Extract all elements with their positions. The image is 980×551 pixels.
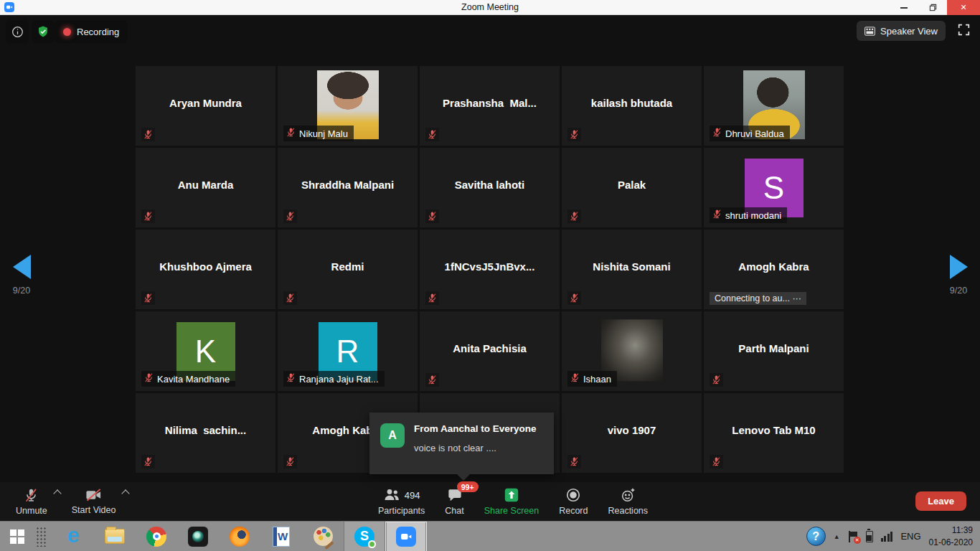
participant-tile-footer	[141, 455, 155, 468]
taskbar-grip-icon	[36, 527, 47, 547]
participant-tile-footer	[567, 455, 581, 468]
participant-name: Savitha lahoti	[420, 179, 560, 191]
participant-tile-footer: Ishaan	[567, 371, 617, 387]
audio-options-chevron[interactable]	[53, 489, 61, 497]
close-button[interactable]: ✕	[947, 0, 980, 15]
chat-notification-popup[interactable]: A From Aanchal to Everyone voice is not …	[369, 413, 554, 474]
participant-tile-footer	[567, 291, 581, 305]
taskbar-zoom-icon[interactable]	[385, 522, 427, 551]
participant-tile[interactable]: Nikunj Malu	[278, 66, 418, 146]
network-signal-icon[interactable]	[881, 531, 893, 542]
participant-tile-footer	[425, 291, 439, 305]
start-button[interactable]	[0, 522, 34, 551]
participant-tile[interactable]: Anu Marda	[136, 148, 275, 227]
participant-tile[interactable]: Redmi	[278, 230, 418, 309]
meeting-info-icon[interactable]	[6, 20, 29, 43]
taskbar-word-icon[interactable]: W	[260, 522, 302, 551]
participant-tile[interactable]: Ishaan	[562, 311, 702, 391]
share-screen-button[interactable]: Share Screen	[480, 482, 543, 521]
participant-tile[interactable]: Amogh KabraConnecting to au... ···	[704, 230, 844, 309]
muted-mic-icon	[141, 128, 155, 141]
taskbar-chrome-icon[interactable]	[136, 522, 177, 551]
window-titlebar: Zoom Meeting ✕	[0, 0, 980, 15]
action-center-flag-icon[interactable]: ✕	[848, 531, 858, 542]
screen: Zoom Meeting ✕ Recording Speaker View	[0, 0, 980, 551]
participant-name: Ranjana Jaju Rat...	[299, 374, 379, 385]
reactions-label: Reactions	[608, 506, 648, 516]
muted-mic-icon	[712, 127, 722, 140]
start-video-button[interactable]: Start Video	[67, 482, 121, 521]
muted-mic-icon	[710, 373, 723, 387]
participant-tile[interactable]: KKavita Mandhane	[136, 311, 275, 391]
next-page-arrow-icon[interactable]	[950, 255, 968, 279]
participant-name: Redmi	[278, 260, 418, 273]
chat-popup-title: From Aanchal to Everyone	[414, 423, 537, 434]
participant-tile[interactable]: Palak	[562, 148, 702, 227]
video-grid: Aryan MundraNikunj MaluPrashansha Mal...…	[136, 66, 844, 473]
participant-tile[interactable]: Nishita Somani	[562, 230, 702, 309]
reactions-icon	[620, 487, 636, 503]
participant-tile[interactable]: Parth Malpani	[704, 311, 844, 391]
participant-tile[interactable]: 1fNCvsJ5JnBvx...	[420, 230, 560, 309]
clock-time: 11:39	[929, 524, 973, 536]
meeting-area: Recording Speaker View Aryan MundraNikun…	[0, 15, 980, 521]
leave-button[interactable]: Leave	[915, 491, 966, 511]
participant-name: 1fNCvsJ5JnBvx...	[420, 260, 560, 273]
video-options-chevron[interactable]	[122, 489, 130, 497]
record-button[interactable]: Record	[555, 482, 592, 521]
chat-button[interactable]: 99+ Chat	[440, 482, 468, 521]
muted-mic-icon	[144, 372, 154, 385]
taskbar-internet-explorer-icon[interactable]: e	[52, 522, 94, 551]
restore-button[interactable]	[918, 0, 947, 15]
participant-tile[interactable]: Anita Pachisia	[420, 311, 560, 391]
participant-tile[interactable]: kailash bhutada	[562, 66, 702, 146]
muted-mic-icon	[425, 128, 439, 141]
participant-name: Parth Malpani	[704, 342, 844, 354]
participant-tile-footer	[425, 128, 439, 141]
battery-icon[interactable]	[866, 531, 873, 542]
participant-name-label: Nikunj Malu	[283, 126, 354, 141]
participant-tile[interactable]: Sshruti modani	[704, 148, 844, 227]
taskbar-skype-icon[interactable]: S	[344, 522, 385, 551]
participant-name: Dhruvi Baldua	[725, 128, 784, 139]
encryption-shield-icon[interactable]	[32, 20, 55, 43]
participant-tile[interactable]: Lenovo Tab M10	[704, 393, 844, 473]
prev-page-button[interactable]: 9/20	[0, 255, 43, 296]
taskbar-webcam-app-icon[interactable]	[177, 522, 219, 551]
taskbar-file-explorer-icon[interactable]	[94, 522, 136, 551]
muted-mic-icon	[567, 455, 581, 468]
minimize-button[interactable]	[890, 0, 918, 15]
share-screen-icon	[504, 487, 519, 503]
tray-expand-chevron-icon[interactable]: ▲	[834, 533, 840, 540]
participant-tile-footer: Kavita Mandhane	[141, 371, 235, 387]
participant-name: Nishita Somani	[562, 260, 702, 273]
participant-name: Nikunj Malu	[299, 128, 348, 139]
meeting-topbar: Recording Speaker View	[0, 15, 980, 48]
reactions-button[interactable]: Reactions	[603, 482, 652, 521]
help-tray-icon[interactable]: ?	[806, 527, 826, 546]
participant-name: Anu Marda	[136, 179, 275, 191]
language-indicator[interactable]: ENG	[900, 531, 920, 542]
prev-page-arrow-icon[interactable]	[13, 255, 31, 279]
taskbar-paint-icon[interactable]	[302, 522, 344, 551]
participant-tile[interactable]: Dhruvi Baldua	[704, 66, 844, 146]
participant-tile[interactable]: Shraddha Malpani	[278, 148, 418, 227]
participant-name: Aryan Mundra	[136, 97, 275, 109]
participant-tile[interactable]: vivo 1907	[562, 393, 702, 473]
participant-tile[interactable]: Nilima sachin...	[136, 393, 275, 473]
taskbar-firefox-icon[interactable]	[219, 522, 260, 551]
participant-tile[interactable]: Khushboo Ajmera	[136, 230, 275, 309]
clock[interactable]: 11:39 01-06-2020	[929, 524, 973, 547]
participant-tile[interactable]: Aryan Mundra	[136, 66, 275, 146]
windows-logo-icon	[10, 529, 24, 544]
participant-tile[interactable]: Savitha lahoti	[420, 148, 560, 227]
next-page-button[interactable]: 9/20	[937, 255, 980, 296]
participant-tile[interactable]: RRanjana Jaju Rat...	[278, 311, 418, 391]
clock-date: 01-06-2020	[929, 537, 973, 548]
speaker-view-button[interactable]: Speaker View	[857, 21, 946, 41]
participants-button[interactable]: 494 Participants	[374, 482, 429, 521]
fullscreen-icon[interactable]	[958, 24, 970, 39]
participant-name: Amogh Kabra	[704, 260, 844, 273]
participant-tile[interactable]: Prashansha Mal...	[420, 66, 560, 146]
unmute-button[interactable]: Unmute	[11, 482, 52, 521]
